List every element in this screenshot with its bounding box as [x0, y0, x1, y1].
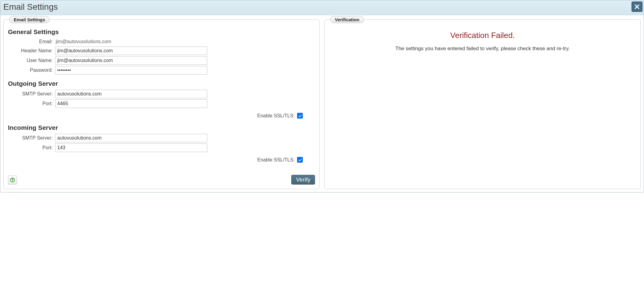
incoming-server-heading: Incoming Server [8, 124, 315, 131]
incoming-ssl-label: Enable SSL/TLS: [257, 157, 295, 163]
svg-point-1 [12, 181, 13, 182]
close-icon [634, 4, 640, 10]
incoming-server-input[interactable] [55, 134, 207, 142]
email-row: Email: jim@autovusolutions.com [8, 38, 315, 45]
user-name-label: User Name: [8, 58, 55, 63]
outgoing-ssl-label: Enable SSL/TLS: [257, 113, 295, 119]
dialog-title: Email Settings [3, 2, 641, 12]
general-settings-heading: General Settings [8, 28, 315, 36]
incoming-server-row: SMTP Server: [8, 134, 315, 142]
verification-title: Verification Failed. [329, 31, 636, 40]
outgoing-server-row: SMTP Server: [8, 90, 315, 98]
email-value: jim@autovusolutions.com [55, 38, 112, 45]
email-label: Email: [8, 39, 55, 44]
verification-panel: Verification Verification Failed. The se… [324, 19, 641, 189]
email-settings-dialog: Email Settings Email Settings General Se… [0, 0, 644, 192]
email-settings-panel: Email Settings General Settings Email: j… [3, 19, 320, 189]
outgoing-server-label: SMTP Server: [8, 91, 55, 97]
outgoing-server-input[interactable] [55, 90, 207, 98]
email-settings-legend: Email Settings [9, 16, 50, 23]
password-row: Password: [8, 66, 315, 74]
password-label: Password: [8, 67, 55, 73]
user-name-row: User Name: [8, 56, 315, 65]
dialog-body: Email Settings General Settings Email: j… [0, 15, 644, 192]
check-icon [298, 158, 302, 162]
incoming-port-input[interactable] [55, 144, 207, 152]
outgoing-port-label: Port: [8, 101, 55, 106]
user-name-input[interactable] [55, 56, 207, 65]
verify-button[interactable]: Verify [291, 175, 315, 185]
outgoing-port-input[interactable] [55, 99, 207, 108]
incoming-port-row: Port: [8, 144, 315, 152]
incoming-port-label: Port: [8, 145, 55, 151]
header-name-row: Header Name: [8, 47, 315, 55]
close-button[interactable] [632, 2, 642, 12]
outgoing-ssl-checkbox[interactable] [297, 113, 303, 119]
panel-footer: Verify [8, 175, 315, 185]
outgoing-port-row: Port: [8, 99, 315, 108]
outgoing-ssl-row: Enable SSL/TLS: [8, 113, 303, 119]
help-button[interactable] [8, 175, 17, 185]
incoming-server-label: SMTP Server: [8, 135, 55, 141]
verification-legend: Verification [330, 16, 364, 23]
help-icon [10, 177, 15, 183]
check-icon [298, 114, 302, 118]
titlebar: Email Settings [0, 0, 644, 15]
outgoing-server-heading: Outgoing Server [8, 80, 315, 87]
header-name-label: Header Name: [8, 48, 55, 54]
password-input[interactable] [55, 66, 207, 74]
incoming-ssl-row: Enable SSL/TLS: [8, 157, 303, 163]
incoming-ssl-checkbox[interactable] [297, 157, 303, 163]
verification-message: The settings you have entered failed to … [332, 46, 633, 52]
header-name-input[interactable] [55, 47, 207, 55]
